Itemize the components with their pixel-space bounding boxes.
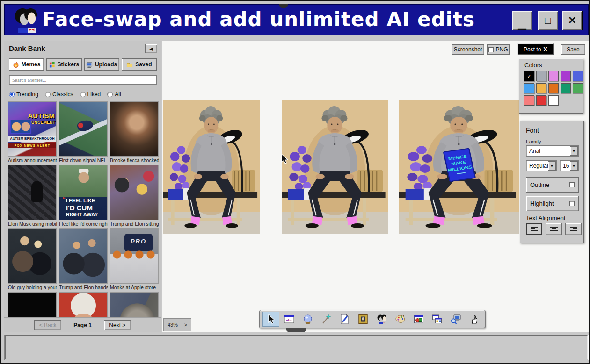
filter-trending[interactable]: Trending (9, 91, 38, 98)
search-input[interactable] (9, 75, 157, 85)
page-indicator[interactable]: Page 1 (73, 322, 92, 328)
chevron-down-icon[interactable]: ▼ (570, 146, 578, 156)
meme-item[interactable]: Trump and Elon sitting t.. (110, 165, 159, 228)
magic-wand-tool[interactable] (318, 312, 335, 327)
next-button[interactable]: Next > (104, 320, 131, 330)
canvas-image-1[interactable] (163, 100, 260, 234)
align-center-button[interactable] (546, 223, 562, 235)
sidebar-title: Dank Bank (9, 44, 45, 52)
meme-item[interactable] (59, 292, 108, 317)
color-swatch-green[interactable] (573, 83, 583, 93)
zoom-control[interactable]: 43% > (163, 318, 191, 331)
tab-stickers[interactable]: Stickers (46, 58, 81, 71)
colors-title: Colors (524, 62, 542, 69)
color-swatch-red[interactable] (536, 95, 546, 106)
color-swatch-orchid[interactable] (548, 71, 559, 81)
meme-book: MEMES MAKE MILLIONS (444, 149, 475, 182)
meme-item[interactable]: First down signal NFL (59, 101, 108, 165)
highlight-toggle[interactable]: Highlight (526, 196, 579, 211)
collapse-arrow-icon: ◀ (149, 46, 153, 51)
framed-picture-tool[interactable] (355, 312, 371, 327)
color-swatch-white[interactable] (548, 95, 559, 106)
meme-thumbnail[interactable] (110, 165, 159, 220)
post-to-x-button[interactable]: Post to X (517, 43, 554, 55)
save-button[interactable]: Save (561, 44, 585, 55)
hand-tool[interactable] (466, 312, 482, 327)
meme-item[interactable]: Elon Musk using mobile ... (8, 165, 57, 228)
document-pencil-icon (339, 314, 350, 325)
png-checkbox[interactable] (488, 47, 494, 52)
meme-thumbnail[interactable] (59, 228, 108, 284)
screenshot-button[interactable]: Screenshot (452, 44, 484, 55)
font-weight-select[interactable]: Regular ▼ (526, 160, 557, 171)
meme-item[interactable]: “ I FEEL LIKE I'D CUM RIGHT AWAY I feel … (59, 165, 108, 228)
palette-tool[interactable] (392, 312, 408, 327)
close-button[interactable]: ✕ (562, 11, 583, 30)
windows-cascade-tool[interactable] (429, 312, 445, 327)
meme-item[interactable] (110, 292, 159, 317)
meme-item[interactable]: PRO Monks at Apple store (110, 228, 159, 292)
news-faces (10, 120, 31, 134)
align-right-button[interactable] (565, 223, 582, 235)
meme-thumbnail[interactable] (110, 101, 159, 157)
color-swatch-teal[interactable] (561, 83, 571, 93)
cursor-icon (265, 314, 277, 325)
sidebar-collapse-button[interactable]: ◀ (145, 44, 157, 53)
meme-thumbnail[interactable] (59, 292, 108, 317)
folder-icon (126, 62, 133, 67)
tab-saved[interactable]: Saved (122, 58, 157, 71)
color-swatch-orange[interactable] (548, 83, 559, 93)
draw-tool[interactable] (336, 312, 353, 327)
color-swatch-blue[interactable] (573, 71, 583, 81)
filter-all[interactable]: All (107, 91, 121, 98)
alignment-buttons (526, 223, 582, 235)
png-toggle-button[interactable]: PNG (487, 44, 510, 55)
color-swatch-purple[interactable] (561, 71, 571, 81)
meme-thumbnail[interactable]: “ I FEEL LIKE I'D CUM RIGHT AWAY (59, 165, 108, 220)
meme-item[interactable]: Old guy holding a young ... (8, 228, 57, 292)
select-tool[interactable] (262, 312, 279, 327)
font-title: Font (526, 127, 539, 134)
maximize-button[interactable]: □ (538, 11, 558, 30)
meme-item[interactable] (8, 292, 57, 317)
meme-thumbnail[interactable] (8, 228, 57, 284)
meme-item[interactable]: Trump and Elon handsha.. (59, 228, 108, 292)
text-tool[interactable]: abc (281, 312, 298, 327)
shapes-window-tool[interactable] (410, 312, 427, 327)
meme-thumbnail[interactable] (8, 165, 57, 220)
crystal-ball-tool[interactable] (299, 312, 316, 327)
color-swatch-salmon[interactable] (524, 95, 534, 106)
canvas-image-3[interactable]: MEMES MAKE MILLIONS (399, 100, 519, 234)
filter-classics[interactable]: Classics (45, 91, 73, 98)
tab-memes[interactable]: Memes (9, 58, 44, 71)
color-swatch-amber[interactable] (536, 83, 546, 93)
meme-item[interactable]: AUTISM ANNOUNCEMENT AUTISM BREAKTHROUGH … (8, 101, 57, 165)
windows-logo-icon (49, 62, 55, 68)
chevron-down-icon[interactable]: ▼ (570, 161, 578, 171)
face-swap-tool[interactable] (373, 312, 390, 327)
computer-search-tool[interactable] (447, 312, 464, 327)
back-button[interactable]: < Back (34, 320, 61, 330)
pagination: < Back Page 1 Next > (4, 317, 161, 332)
align-left-button[interactable] (526, 223, 542, 235)
font-size-select[interactable]: 16 ▼ (560, 160, 579, 171)
meme-thumbnail[interactable] (8, 292, 57, 317)
meme-thumbnail[interactable]: AUTISM ANNOUNCEMENT AUTISM BREAKTHROUGH … (8, 101, 57, 157)
meme-item[interactable]: Brooke flecca shocked (110, 101, 159, 165)
minimize-button[interactable]: ▁ (512, 11, 532, 30)
chevron-down-icon[interactable]: ▼ (548, 161, 556, 171)
filter-liked[interactable]: Liked (80, 91, 101, 98)
tab-uploads[interactable]: Uploads (84, 58, 119, 71)
outline-toggle[interactable]: Outline (526, 177, 579, 193)
font-panel: Font Family Arial ▼ Regular ▼ 16 ▼ Outli… (520, 121, 584, 243)
font-family-select[interactable]: Arial ▼ (526, 145, 579, 157)
color-swatch-lightblue[interactable] (524, 83, 534, 93)
color-swatch-black[interactable]: ✓ (524, 71, 534, 81)
meme-thumbnail[interactable] (110, 292, 159, 317)
outline-checkbox[interactable] (569, 182, 575, 187)
meme-thumbnail[interactable] (59, 101, 108, 157)
color-swatch-gray[interactable] (536, 71, 546, 81)
canvas-image-2[interactable] (282, 100, 388, 234)
highlight-checkbox[interactable] (569, 201, 575, 206)
meme-thumbnail[interactable]: PRO (110, 228, 159, 284)
